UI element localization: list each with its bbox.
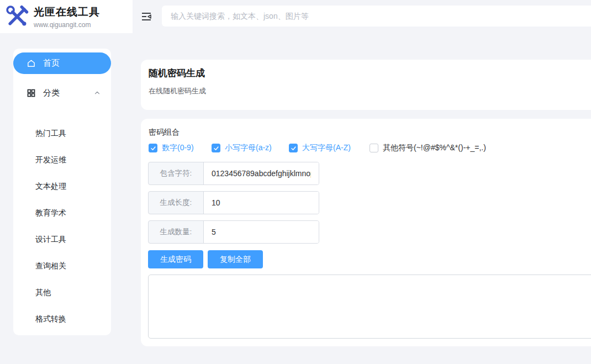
sidebar-item-design-tools[interactable]: 设计工具 [35, 235, 66, 245]
checkbox-checked-icon [289, 144, 298, 152]
home-icon [27, 59, 36, 68]
checkbox-uppercase-label: 大写字母(A-Z) [302, 143, 351, 153]
sidebar-item-home[interactable]: 首页 [13, 52, 111, 74]
charset-field-label: 包含字符: [149, 162, 204, 184]
length-field-group: 生成长度: [148, 191, 319, 214]
grid-icon [27, 88, 36, 98]
sidebar-item-other[interactable]: 其他 [35, 288, 51, 298]
copy-all-button[interactable]: 复制全部 [208, 250, 263, 268]
checkbox-checked-icon [212, 144, 220, 152]
sidebar: 首页 分类 热门工具 开发运维 文本处理 教育学术 设计工具 查询相关 其他 格… [13, 49, 111, 335]
tool-header-card: 随机密码生成 在线随机密码生成 [141, 60, 591, 110]
result-textarea[interactable] [148, 275, 591, 339]
charset-checkbox-row: 数字(0-9) 小写字母(a-z) 大写字母(A-Z) 其他符号(~!@#$%^… [149, 143, 591, 154]
checkbox-digits-label: 数字(0-9) [162, 143, 194, 153]
sidebar-item-education[interactable]: 教育学术 [35, 208, 66, 218]
count-field-group: 生成数量: [148, 220, 319, 244]
page-title: 随机密码生成 [149, 67, 205, 80]
sidebar-item-hot-tools[interactable]: 热门工具 [35, 129, 66, 139]
action-button-row: 生成密码 复制全部 [148, 250, 267, 268]
sidebar-item-dev-ops[interactable]: 开发运维 [35, 155, 66, 165]
collapse-menu-icon [140, 10, 153, 23]
sidebar-item-text-process[interactable]: 文本处理 [35, 182, 66, 192]
checkbox-symbols[interactable]: 其他符号(~!@#$%^&*()-+_=,.) [370, 143, 486, 153]
checkbox-lowercase-label: 小写字母(a-z) [225, 143, 272, 153]
brand-block: 光匣在线工具 www.qiguangit.com [0, 0, 133, 33]
checkbox-uppercase[interactable]: 大写字母(A-Z) [289, 143, 351, 153]
password-generator-card: 密码组合 数字(0-9) 小写字母(a-z) 大写字母(A-Z) 其他符号(~!… [141, 119, 591, 346]
checkbox-checked-icon [149, 144, 157, 152]
checkbox-symbols-label: 其他符号(~!@#$%^&*()-+_=,.) [383, 143, 486, 153]
sidebar-home-label: 首页 [43, 58, 60, 68]
sidebar-collapse-button[interactable] [139, 9, 154, 24]
charset-input[interactable] [204, 162, 319, 184]
count-field-label: 生成数量: [149, 221, 204, 243]
length-input[interactable] [204, 192, 319, 214]
sidebar-item-format-convert[interactable]: 格式转换 [35, 314, 66, 324]
checkbox-unchecked-icon [370, 144, 378, 152]
search-input[interactable] [162, 6, 591, 27]
length-field-label: 生成长度: [149, 192, 204, 214]
sidebar-category-label: 分类 [43, 88, 60, 98]
combo-section-label: 密码组合 [149, 128, 180, 138]
brand-url: www.qiguangit.com [34, 21, 100, 29]
crossed-tools-logo-icon [5, 4, 29, 29]
page-subtitle: 在线随机密码生成 [149, 86, 206, 96]
chevron-up-icon [93, 89, 101, 97]
generate-password-button[interactable]: 生成密码 [148, 250, 203, 268]
sidebar-item-category[interactable]: 分类 [13, 83, 111, 103]
brand-title: 光匣在线工具 [34, 5, 100, 19]
charset-field-group: 包含字符: [148, 162, 319, 185]
count-input[interactable] [204, 221, 319, 243]
checkbox-lowercase[interactable]: 小写字母(a-z) [212, 143, 272, 153]
sidebar-item-query[interactable]: 查询相关 [35, 261, 66, 271]
checkbox-digits[interactable]: 数字(0-9) [149, 143, 194, 153]
